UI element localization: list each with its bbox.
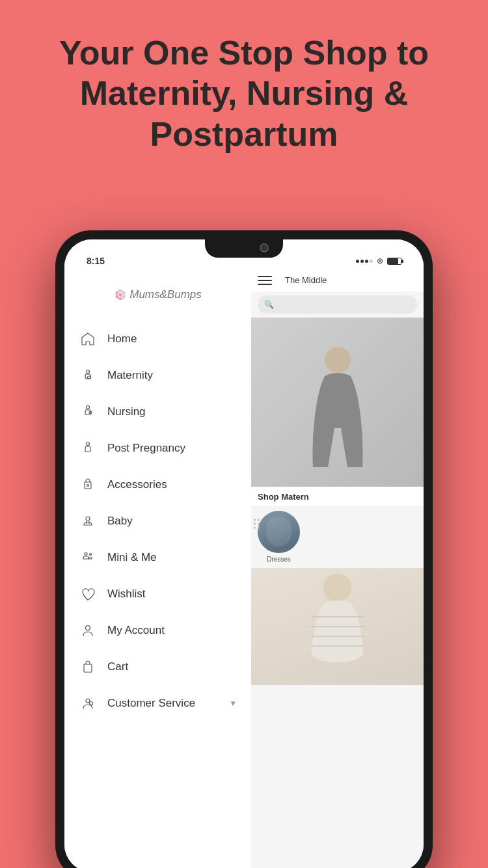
svg-point-0 xyxy=(118,293,122,297)
nav-label-cart: Cart xyxy=(107,660,128,673)
svg-point-21 xyxy=(325,347,351,373)
maternity-icon xyxy=(79,366,97,385)
search-icon: 🔍 xyxy=(264,300,274,309)
svg-point-7 xyxy=(87,370,90,373)
search-bar[interactable]: 🔍 xyxy=(258,295,417,314)
svg-point-9 xyxy=(87,406,90,409)
cart-icon xyxy=(79,658,97,676)
nav-drawer: Mums&Bumps Home xyxy=(64,239,251,868)
category-item-dresses[interactable]: Dresses xyxy=(258,511,300,563)
right-content-panel: The Middle 🔍 Shop Matern xyxy=(251,239,424,868)
phone-body: 8:15 ⊛ xyxy=(55,230,433,868)
battery-icon xyxy=(387,258,401,265)
hero-product-image xyxy=(251,318,424,487)
phone-mockup: 8:15 ⊛ xyxy=(55,230,433,868)
svg-rect-18 xyxy=(84,664,92,672)
nav-item-customer-service[interactable]: Customer Service ▼ xyxy=(71,685,245,722)
shop-maternity-title: Shop Matern xyxy=(258,492,417,502)
heart-icon xyxy=(79,585,97,603)
svg-point-15 xyxy=(85,552,87,555)
customer-service-icon xyxy=(79,694,97,712)
nav-item-maternity[interactable]: Maternity xyxy=(71,357,245,394)
svg-point-14 xyxy=(86,517,90,521)
nav-label-home: Home xyxy=(107,332,137,346)
svg-point-20 xyxy=(90,702,93,705)
nav-menu: Home Maternity xyxy=(64,321,251,722)
nav-label-accessories: Accessories xyxy=(107,478,167,491)
svg-point-13 xyxy=(87,485,89,487)
category-circle-dresses xyxy=(258,511,300,553)
svg-point-22 xyxy=(323,573,352,602)
logo-text: Mums&Bumps xyxy=(129,288,202,301)
nav-item-mini-me[interactable]: Mini & Me xyxy=(71,539,245,576)
status-icons: ⊛ xyxy=(356,256,401,265)
nav-label-post-pregnancy: Post Pregnancy xyxy=(107,442,185,455)
hero-section: Your One Stop Shop to Maternity, Nursing… xyxy=(0,0,488,174)
account-icon xyxy=(79,621,97,640)
svg-point-11 xyxy=(87,442,90,446)
nav-item-accessories[interactable]: Accessories xyxy=(71,467,245,503)
nav-label-customer-service: Customer Service xyxy=(107,697,195,710)
nav-label-mini-me: Mini & Me xyxy=(107,551,157,564)
status-time: 8:15 xyxy=(87,256,105,266)
dress-image xyxy=(258,511,300,553)
accessories-icon xyxy=(79,476,97,494)
hamburger-menu-button[interactable] xyxy=(258,276,272,285)
svg-point-1 xyxy=(118,290,122,292)
nav-item-home[interactable]: Home xyxy=(71,321,245,357)
nav-item-wishlist[interactable]: Wishlist xyxy=(71,576,245,612)
nav-label-nursing: Nursing xyxy=(107,405,146,418)
shop-maternity-section: Shop Matern xyxy=(251,487,424,506)
svg-point-4 xyxy=(118,297,122,300)
phone-screen: 8:15 ⊛ xyxy=(64,239,424,868)
hero-title: Your One Stop Shop to Maternity, Nursing… xyxy=(39,33,449,154)
svg-point-17 xyxy=(86,626,90,631)
phone-notch xyxy=(205,239,283,258)
svg-point-19 xyxy=(86,699,90,703)
signal-icon xyxy=(356,260,373,263)
nav-label-wishlist: Wishlist xyxy=(107,588,146,601)
drag-handle xyxy=(251,517,262,532)
nav-item-cart[interactable]: Cart xyxy=(71,649,245,685)
nursing-icon xyxy=(79,403,97,421)
nav-label-maternity: Maternity xyxy=(107,369,153,382)
logo-area: Mums&Bumps xyxy=(64,275,251,321)
page-title: The Middle xyxy=(285,275,327,285)
second-product-figure xyxy=(251,568,424,685)
product-figure xyxy=(299,337,377,467)
nav-item-baby[interactable]: Baby xyxy=(71,503,245,539)
baby-icon xyxy=(79,512,97,530)
second-product-image xyxy=(251,568,424,685)
home-icon xyxy=(79,330,97,348)
nav-item-post-pregnancy[interactable]: Post Pregnancy xyxy=(71,430,245,467)
chevron-down-icon: ▼ xyxy=(229,699,237,708)
nav-label-my-account: My Account xyxy=(107,624,165,637)
post-pregnancy-icon xyxy=(79,439,97,457)
svg-point-16 xyxy=(90,554,92,556)
nav-item-nursing[interactable]: Nursing xyxy=(71,394,245,430)
category-row: Dresses xyxy=(251,506,424,568)
logo-flower-icon xyxy=(114,288,127,301)
svg-rect-12 xyxy=(85,482,91,489)
category-label-dresses: Dresses xyxy=(267,556,291,563)
nav-label-baby: Baby xyxy=(107,515,133,528)
wifi-icon: ⊛ xyxy=(377,256,383,265)
mini-me-icon xyxy=(79,549,97,567)
nav-item-my-account[interactable]: My Account xyxy=(71,612,245,649)
camera-icon xyxy=(260,243,269,252)
